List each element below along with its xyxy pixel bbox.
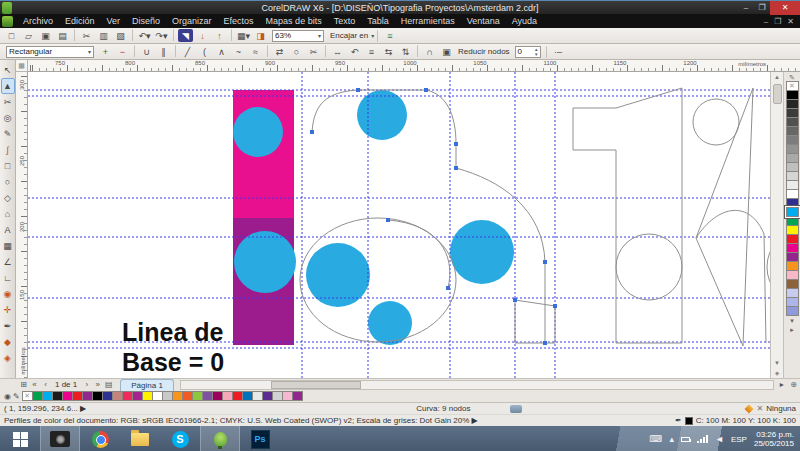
- fit-chevron-icon[interactable]: ▾: [371, 32, 374, 39]
- curve-node[interactable]: [543, 341, 547, 345]
- curve-node[interactable]: [513, 298, 517, 302]
- vertical-scroll-thumb[interactable]: [773, 84, 782, 104]
- scroll-up-icon[interactable]: ▲: [774, 72, 780, 82]
- polygon-tool[interactable]: ◇: [1, 190, 15, 206]
- fill-tool[interactable]: ◆: [1, 334, 15, 350]
- letter-outline-circle[interactable]: [767, 231, 770, 303]
- symmetrical-node-icon[interactable]: ≈: [248, 45, 263, 58]
- curve-node[interactable]: [424, 88, 428, 92]
- battery-icon[interactable]: [681, 437, 690, 442]
- taskbar-chrome[interactable]: [80, 426, 120, 451]
- horizontal-scroll-thumb[interactable]: [271, 381, 361, 389]
- join-nodes-icon[interactable]: ∪: [139, 45, 154, 58]
- curve-node[interactable]: [386, 218, 390, 222]
- taskbar-coreldraw[interactable]: [200, 426, 240, 451]
- taskbar-file-explorer[interactable]: [120, 426, 160, 451]
- navigator-icon[interactable]: ◈: [775, 368, 780, 378]
- blue-circle[interactable]: [306, 243, 370, 307]
- Ver[interactable]: Ver: [101, 14, 127, 28]
- first-page-icon[interactable]: «: [29, 380, 40, 389]
- color-swatch[interactable]: [786, 306, 799, 316]
- outline-pen-tool[interactable]: ✒: [1, 318, 15, 334]
- keyboard-icon[interactable]: ⌨: [649, 434, 662, 444]
- reverse-direction-icon[interactable]: ⇄: [272, 45, 287, 58]
- pick-tool[interactable]: ↖: [1, 62, 15, 78]
- curve-node[interactable]: [454, 166, 458, 170]
- open-icon[interactable]: ▱: [21, 29, 36, 42]
- curve-node[interactable]: [356, 88, 360, 92]
- smooth-node-icon[interactable]: ~: [231, 45, 246, 58]
- text-tool[interactable]: A: [1, 222, 15, 238]
- curve-node[interactable]: [446, 286, 450, 290]
- crop-tool[interactable]: ✂: [1, 94, 15, 110]
- taskbar-clock[interactable]: 03:26 p.m. 25/05/2015: [754, 430, 794, 448]
- taskbar-camera-app[interactable]: [40, 426, 80, 451]
- document-window-control[interactable]: ✕: [787, 17, 794, 26]
- curve-node[interactable]: [454, 142, 458, 146]
- ellipse-tool[interactable]: ○: [1, 174, 15, 190]
- horizontal-ruler[interactable]: 75080085090095010001050110011501200 milí…: [28, 60, 800, 72]
- blue-circle[interactable]: [234, 231, 296, 293]
- scroll-right-icon[interactable]: ▸: [776, 380, 787, 389]
- Efectos[interactable]: Efectos: [218, 14, 260, 28]
- welcome-screen-icon[interactable]: ◨: [253, 29, 268, 42]
- align-nodes-icon[interactable]: ≡: [364, 45, 379, 58]
- Organizar[interactable]: Organizar: [166, 14, 218, 28]
- letter-outline-circle[interactable]: [693, 99, 739, 145]
- minimize-button[interactable]: –: [738, 1, 754, 15]
- stepper-arrows-icon[interactable]: ▴▾: [535, 47, 538, 57]
- ruler-origin-icon[interactable]: ▦: [16, 60, 28, 72]
- interactive-fill-tool[interactable]: ◈: [1, 350, 15, 366]
- break-curve-icon[interactable]: ∥: [156, 45, 171, 58]
- convert-to-curve-icon[interactable]: (: [197, 45, 212, 58]
- page-tab[interactable]: Página 1: [120, 379, 174, 391]
- letter-outline-circle[interactable]: [616, 234, 682, 300]
- reduce-nodes-stepper[interactable]: 0 ▴▾: [515, 46, 541, 58]
- blue-circle[interactable]: [233, 107, 283, 157]
- rotate-nodes-icon[interactable]: ↶: [347, 45, 362, 58]
- taskbar-skype[interactable]: S: [160, 426, 200, 451]
- dimension-tool[interactable]: ∠: [1, 254, 15, 270]
- Archivo[interactable]: Archivo: [17, 14, 59, 28]
- connector-tool[interactable]: ∟: [1, 270, 15, 286]
- copy-icon[interactable]: ▥: [96, 29, 111, 42]
- taskbar-photoshop[interactable]: Ps: [240, 426, 280, 451]
- import-icon[interactable]: ↓: [195, 29, 210, 42]
- redo-icon[interactable]: ↷▾: [154, 29, 169, 42]
- marquee-zoom-icon[interactable]: ⊕: [787, 380, 800, 389]
- horizontal-scrollbar[interactable]: [180, 380, 774, 390]
- paste-icon[interactable]: ▧: [113, 29, 128, 42]
- blend-tool[interactable]: ◉: [1, 286, 15, 302]
- application-launcher-icon[interactable]: ▦▾: [236, 29, 251, 42]
- elastic-mode-icon[interactable]: ∩: [422, 45, 437, 58]
- hidden-icons-arrow-icon[interactable]: ▴: [669, 434, 674, 444]
- undo-icon[interactable]: ↶▾: [137, 29, 152, 42]
- blue-circle[interactable]: [450, 220, 514, 284]
- stretch-nodes-icon[interactable]: ↔: [330, 45, 345, 58]
- letter-outline-path[interactable]: [573, 88, 682, 343]
- Edición[interactable]: Edición: [59, 14, 101, 28]
- Diseño[interactable]: Diseño: [126, 14, 166, 28]
- scroll-down-icon[interactable]: ▼: [774, 358, 780, 368]
- palette-flyout-icon[interactable]: ▸: [790, 325, 794, 334]
- blue-circle[interactable]: [357, 90, 407, 140]
- convert-to-line-icon[interactable]: ╱: [180, 45, 195, 58]
- reflect-horizontal-icon[interactable]: ⇆: [381, 45, 396, 58]
- curve-node[interactable]: [310, 130, 314, 134]
- restore-button[interactable]: ❐: [754, 1, 770, 15]
- zoom-tool[interactable]: ◎: [1, 110, 15, 126]
- cut-icon[interactable]: ✂: [79, 29, 94, 42]
- vertical-scrollbar[interactable]: ▲ ▼ ◈: [770, 72, 783, 378]
- curve-node[interactable]: [543, 260, 547, 264]
- basic-shapes-tool[interactable]: ⌂: [1, 206, 15, 222]
- volume-icon[interactable]: ◄: [715, 434, 724, 444]
- Mapas de bits[interactable]: Mapas de bits: [260, 14, 328, 28]
- previous-page-icon[interactable]: ‹: [40, 380, 51, 389]
- letter-outline-path[interactable]: [515, 300, 555, 343]
- select-all-nodes-icon[interactable]: ▣: [439, 45, 454, 58]
- language-indicator[interactable]: ESP: [731, 435, 747, 444]
- print-icon[interactable]: ▤: [55, 29, 70, 42]
- close-curve-icon[interactable]: ○: [289, 45, 304, 58]
- add-nodes-icon[interactable]: +: [98, 45, 113, 58]
- letter-outline-path[interactable]: [388, 220, 450, 288]
